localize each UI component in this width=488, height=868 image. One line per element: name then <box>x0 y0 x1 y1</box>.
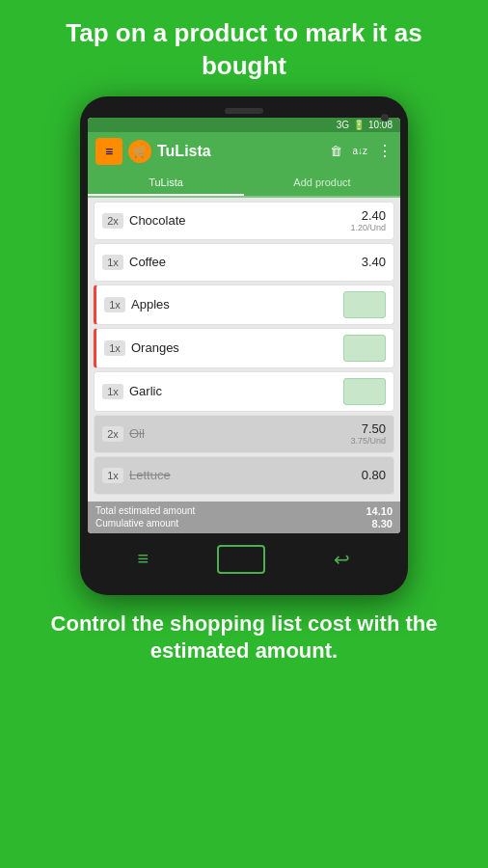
cumulative-row: Cumulative amount 8.30 <box>95 518 393 529</box>
cumulative-label: Cumulative amount <box>95 518 178 529</box>
phone-device: 3G 🔋 10:08 ≡ 🛒 TuLista 🗑 a↓z ⋮ TuLista A… <box>80 96 408 595</box>
phone-nav-bar: ≡ ↩ <box>88 537 400 582</box>
item-price: 0.80 <box>362 468 386 482</box>
quantity-badge: 1x <box>104 297 125 312</box>
more-options-button[interactable]: ⋮ <box>377 142 393 160</box>
item-price: 2.40 1.20/Und <box>350 208 386 232</box>
bottom-instruction: Control the shopping list cost with the … <box>0 595 488 675</box>
quantity-badge: 2x <box>102 213 123 229</box>
app-logo: 🛒 <box>128 140 151 163</box>
battery-icon: 🔋 <box>353 120 365 130</box>
price-box-empty <box>343 335 386 362</box>
tab-bar: TuLista Add product <box>88 171 400 198</box>
item-name: Oranges <box>131 340 343 355</box>
item-name: Oil <box>129 426 350 441</box>
price-box-empty <box>343 378 386 405</box>
estimated-label: Total estimated amount <box>95 505 195 516</box>
item-price: 3.40 <box>362 255 386 269</box>
item-price: 7.50 3.75/Und <box>350 421 386 446</box>
list-item[interactable]: 2x Chocolate 2.40 1.20/Und <box>94 202 394 240</box>
tab-add-product[interactable]: Add product <box>244 171 400 196</box>
nav-home-button[interactable] <box>217 545 265 574</box>
list-item[interactable]: 1x Apples <box>94 285 394 325</box>
list-item[interactable]: 1x Lettuce 0.80 <box>94 456 394 495</box>
quantity-badge: 1x <box>104 340 125 356</box>
signal-indicator: 3G <box>337 120 349 130</box>
quantity-badge: 1x <box>102 384 123 399</box>
list-item[interactable]: 1x Garlic <box>94 371 394 412</box>
hamburger-menu-button[interactable]: ≡ <box>95 138 122 165</box>
quantity-badge: 2x <box>102 426 123 442</box>
quantity-badge: 1x <box>102 255 123 270</box>
sort-button[interactable]: a↓z <box>352 146 367 156</box>
app-title: TuLista <box>157 143 324 160</box>
price-value: 2.40 <box>362 208 386 223</box>
price-value: 3.40 <box>362 255 386 269</box>
item-name: Coffee <box>129 255 362 269</box>
unit-price: 3.75/Und <box>350 436 386 446</box>
tab-tulista[interactable]: TuLista <box>88 171 244 196</box>
price-value: 7.50 <box>362 421 386 436</box>
status-bar: 3G 🔋 10:08 <box>88 118 400 132</box>
list-item[interactable]: 2x Oil 7.50 3.75/Und <box>94 415 394 453</box>
item-name: Lettuce <box>129 468 362 482</box>
shopping-list: 2x Chocolate 2.40 1.20/Und 1x Coffee 3.4… <box>88 198 400 502</box>
clock: 10:08 <box>368 120 393 130</box>
app-bar-actions: 🗑 a↓z ⋮ <box>330 142 393 160</box>
price-box-empty <box>343 291 386 318</box>
total-estimated-row: Total estimated amount 14.10 <box>95 505 393 517</box>
price-value: 0.80 <box>362 468 386 482</box>
phone-screen: 3G 🔋 10:08 ≡ 🛒 TuLista 🗑 a↓z ⋮ TuLista A… <box>88 118 400 533</box>
unit-price: 1.20/Und <box>350 223 386 232</box>
cumulative-value: 8.30 <box>372 518 393 529</box>
trash-button[interactable]: 🗑 <box>330 144 342 158</box>
list-item[interactable]: 1x Oranges <box>94 328 394 368</box>
list-item[interactable]: 1x Coffee 3.40 <box>94 243 394 282</box>
totals-bar: Total estimated amount 14.10 Cumulative … <box>88 502 400 533</box>
nav-menu-button[interactable]: ≡ <box>138 548 149 570</box>
phone-camera <box>381 114 389 122</box>
phone-speaker <box>225 108 263 114</box>
app-bar: ≡ 🛒 TuLista 🗑 a↓z ⋮ <box>88 132 400 171</box>
quantity-badge: 1x <box>102 468 123 483</box>
item-name: Apples <box>131 297 343 312</box>
estimated-value: 14.10 <box>366 505 393 517</box>
nav-back-button[interactable]: ↩ <box>334 548 350 571</box>
item-name: Chocolate <box>129 213 350 228</box>
hamburger-icon: ≡ <box>105 144 113 159</box>
top-instruction: Tap on a product to mark it as bought <box>0 0 488 96</box>
item-name: Garlic <box>129 384 343 398</box>
